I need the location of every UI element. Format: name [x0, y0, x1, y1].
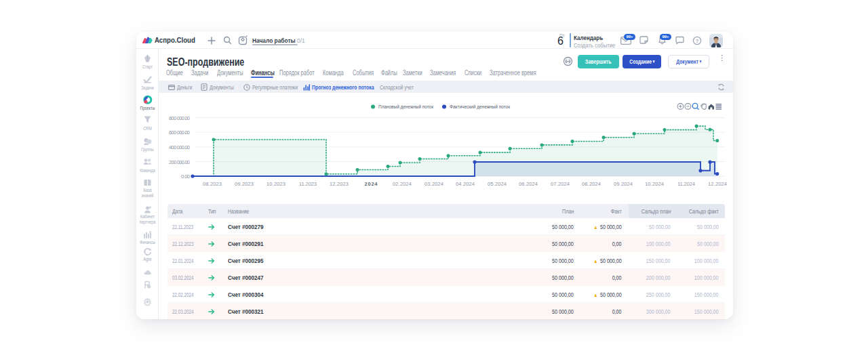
svg-text:07.2024: 07.2024: [551, 181, 570, 187]
svg-text:04.2024: 04.2024: [456, 181, 475, 187]
svg-text:11.2024: 11.2024: [677, 181, 695, 187]
svg-text:10.2024: 10.2024: [645, 181, 664, 187]
svg-text:11.2023: 11.2023: [299, 181, 317, 187]
svg-text:02.2024: 02.2024: [393, 181, 412, 187]
svg-text:0.00: 0.00: [181, 173, 190, 180]
svg-text:Плановый денежный поток: Плановый денежный поток: [378, 104, 433, 110]
svg-text:?: ?: [696, 37, 699, 43]
svg-text:10.2023: 10.2023: [267, 181, 285, 187]
svg-text:08.2023: 08.2023: [203, 181, 222, 187]
svg-text:03.2024: 03.2024: [425, 181, 443, 187]
svg-text:05.2024: 05.2024: [488, 181, 507, 187]
svg-text:600 000.00: 600 000.00: [169, 129, 190, 136]
svg-text:08.2024: 08.2024: [582, 181, 601, 187]
svg-text:09.2023: 09.2023: [235, 181, 254, 187]
svg-text:200 000.00: 200 000.00: [169, 159, 190, 165]
svg-text:400 000.00: 400 000.00: [169, 144, 190, 150]
svg-text:12.2023: 12.2023: [330, 181, 349, 187]
svg-text:12.2024: 12.2024: [708, 181, 727, 187]
svg-text:Фактический денежный поток: Фактический денежный поток: [450, 104, 510, 110]
svg-text:2024: 2024: [365, 181, 378, 187]
svg-text:09.2024: 09.2024: [614, 181, 633, 187]
svg-text:06.2024: 06.2024: [519, 181, 538, 187]
svg-text:800 000.00: 800 000.00: [169, 115, 190, 121]
